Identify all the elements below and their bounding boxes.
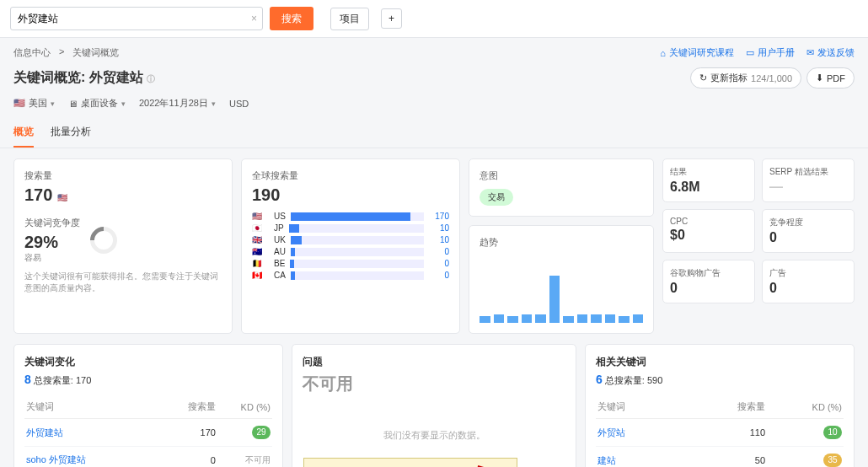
search-input[interactable] <box>11 13 246 24</box>
global-value: 190 <box>252 185 449 205</box>
trend-bar <box>494 314 505 323</box>
trend-bar <box>563 316 574 323</box>
global-label: 全球搜索量 <box>252 169 449 182</box>
card-volume: 搜索量 170 🇺🇸 关键词竞争度 29% 容易 这个关键词很有可能获得排名。您… <box>13 158 233 334</box>
project-link[interactable]: 项目 <box>330 8 369 30</box>
table-row: 外贸站11010 <box>596 419 844 447</box>
card-cpc: CPC$0 <box>662 209 755 253</box>
breadcrumb-root[interactable]: 信息中心 <box>13 46 51 59</box>
table-row: 建站5035 <box>596 447 844 468</box>
volume-label: 搜索量 <box>24 169 222 182</box>
questions-value: 不可用 <box>303 373 565 395</box>
country-row: 🇨🇦CA0 <box>252 271 449 280</box>
country-row: 🇦🇺AU0 <box>252 247 449 256</box>
trend-bar <box>480 316 490 323</box>
difficulty-donut-icon <box>84 221 122 259</box>
difficulty-value: 29% <box>24 233 80 252</box>
refresh-button[interactable]: ↻更新指标124/1,000 <box>690 67 801 89</box>
questions-nodata: 我们没有要显示的数据。 <box>303 395 565 467</box>
breadcrumb: 信息中心 > 关键词概览 <box>13 46 119 59</box>
filter-date[interactable]: 2022年11月28日 ▾ <box>139 97 216 110</box>
trend-label: 趋势 <box>480 236 643 249</box>
clear-icon[interactable]: × <box>246 13 262 24</box>
keyword-link[interactable]: soho 外贸建站 <box>26 454 86 464</box>
breadcrumb-sep: > <box>59 46 64 59</box>
trend-bar <box>619 316 630 323</box>
trend-bar <box>605 314 616 323</box>
intent-value: 交易 <box>480 189 513 206</box>
card-competition: 竞争程度0 <box>762 209 855 253</box>
card-global: 全球搜索量 190 🇺🇸US170🇯🇵JP10🇬🇧UK10🇦🇺AU0🇧🇪BE0🇨… <box>241 158 460 334</box>
card-variations: 关键词变化 8 总搜索量: 170 关键词搜索量KD (%) 外贸建站17029… <box>13 344 283 467</box>
card-intent: 意图 交易 <box>469 158 654 217</box>
card-serp: SERP 精选结果— <box>762 158 855 202</box>
pdf-button[interactable]: ⬇PDF <box>806 67 855 89</box>
breadcrumb-page: 关键词概览 <box>72 46 119 59</box>
country-row: 🇧🇪BE0 <box>252 259 449 268</box>
page-title: 关键词概览: 外贸建站 ⓘ <box>13 69 155 87</box>
trend-bar <box>522 314 533 323</box>
annotation-callout: 【老船长】是SEMRUSH给的相关关键词 <box>303 458 517 467</box>
link-course[interactable]: ⌂关键词研究课程 <box>660 46 734 59</box>
book-icon: ▭ <box>746 47 754 58</box>
keyword-link[interactable]: 建站 <box>597 455 616 465</box>
home-icon: ⌂ <box>660 48 666 58</box>
trend-bar <box>507 316 518 323</box>
filter-device[interactable]: 🖥 桌面设备 ▾ <box>68 97 126 110</box>
difficulty-note: 这个关键词很有可能获得排名。您需要专注于关键词意图的高质量内容。 <box>24 271 222 294</box>
trend-bar <box>633 314 644 323</box>
difficulty-tag: 容易 <box>24 252 80 264</box>
filter-country[interactable]: 🇺🇸 美国 ▾ <box>13 97 55 110</box>
keyword-link[interactable]: 外贸站 <box>597 427 625 437</box>
add-project-button[interactable]: + <box>381 8 402 29</box>
country-row: 🇯🇵JP10 <box>252 223 449 233</box>
trend-bar <box>577 314 588 323</box>
info-icon[interactable]: ⓘ <box>147 74 155 83</box>
related-title: 相关关键词 <box>596 355 844 369</box>
link-feedback[interactable]: ✉发送反馈 <box>806 46 855 59</box>
trend-bar <box>535 314 546 323</box>
tab-bulk[interactable]: 批量分析 <box>51 118 91 148</box>
card-questions: 问题 不可用 我们没有要显示的数据。 <box>292 344 576 467</box>
trend-bar <box>591 314 602 323</box>
keyword-link[interactable]: 外贸建站 <box>26 427 63 437</box>
variations-title: 关键词变化 <box>24 355 272 369</box>
chat-icon: ✉ <box>806 47 814 58</box>
search-box[interactable]: × <box>10 7 263 30</box>
trend-bar <box>549 276 560 323</box>
tab-overview[interactable]: 概览 <box>13 118 34 148</box>
card-related: 相关关键词 6 总搜索量: 590 关键词搜索量KD (%) 外贸站11010建… <box>585 344 855 467</box>
volume-value: 170 🇺🇸 <box>24 185 222 205</box>
link-manual[interactable]: ▭用户手册 <box>746 46 795 59</box>
card-trend: 趋势 <box>469 225 654 334</box>
questions-title: 问题 <box>303 355 565 369</box>
difficulty-label: 关键词竞争度 <box>24 217 80 229</box>
country-row: 🇺🇸US170 <box>252 212 449 221</box>
intent-label: 意图 <box>480 169 643 182</box>
table-row: 外贸建站17029 <box>24 419 272 447</box>
card-shopping: 谷歌购物广告0 <box>662 260 755 303</box>
search-button[interactable]: 搜索 <box>270 7 313 30</box>
filter-currency[interactable]: USD <box>229 97 249 110</box>
card-ads: 广告0 <box>762 260 855 303</box>
country-row: 🇬🇧UK10 <box>252 235 449 244</box>
table-row: soho 外贸建站0不可用 <box>24 447 272 468</box>
card-results: 结果6.8M <box>662 158 755 202</box>
